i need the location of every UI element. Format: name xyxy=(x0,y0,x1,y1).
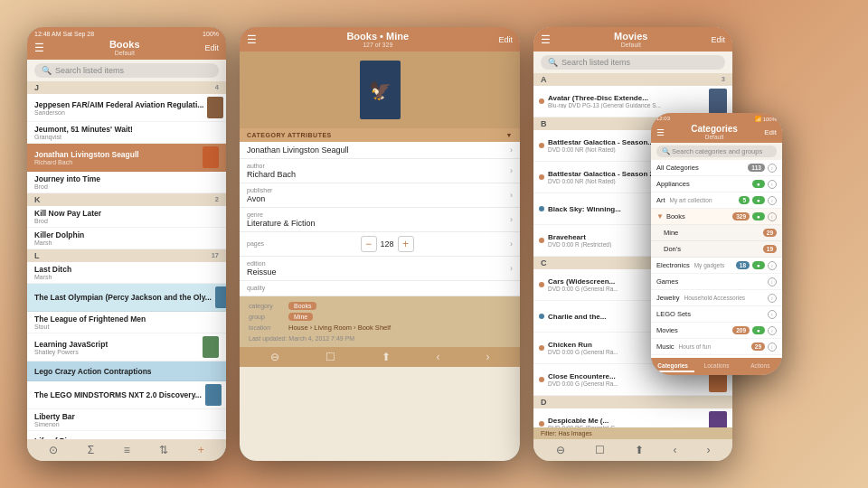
dot-icon xyxy=(539,282,544,287)
left-search-placeholder: Search listed items xyxy=(55,66,124,75)
toggle-on[interactable]: ● xyxy=(752,180,765,188)
cat-item-movies[interactable]: Movies 209 ● i xyxy=(651,323,782,339)
list-item[interactable]: Learning JavaScriptShatley Powers xyxy=(27,333,226,361)
toggle-on[interactable]: ● xyxy=(752,261,765,269)
list-item[interactable]: Last DitchMarsh xyxy=(27,262,226,284)
center-nav: ⊖ ☐ ⬆ ‹ › xyxy=(240,347,520,367)
list-item[interactable]: Jeumont, 51 Minutes' Wait! Granqvist xyxy=(27,122,226,144)
dot-icon xyxy=(539,421,544,427)
next-icon[interactable]: › xyxy=(486,351,490,363)
cat-item-art[interactable]: Art My art collection 5 ● i xyxy=(651,192,782,209)
menu-icon-left[interactable]: ☰ xyxy=(34,42,44,54)
square-icon[interactable]: ☐ xyxy=(326,351,335,363)
add-icon[interactable]: + xyxy=(198,444,204,456)
right-edit-button[interactable]: Edit xyxy=(711,35,725,44)
ipad-left-screen: 12:48 AM Sat Sep 28 100% ☰ Books Default… xyxy=(27,27,226,461)
attr-quality[interactable]: quality xyxy=(240,281,520,296)
toggle-on[interactable]: ● xyxy=(752,212,765,221)
section-a: A3 xyxy=(533,73,732,86)
attr-genre[interactable]: genre Literature & Fiction › xyxy=(240,208,520,232)
pages-stepper[interactable]: − 128 + xyxy=(361,236,414,252)
sort-icon[interactable]: ⇅ xyxy=(159,444,168,456)
info-icon[interactable]: i xyxy=(768,343,777,352)
prev-icon[interactable]: ‹ xyxy=(437,351,440,363)
list-item[interactable]: The LEGO MINDSTORMS NXT 2.0 Discovery... xyxy=(27,381,226,409)
right-header-subtitle: Default xyxy=(614,42,647,48)
cat-item-games[interactable]: Games i xyxy=(651,274,782,290)
cat-item-books[interactable]: ▼ Books 329 ● i xyxy=(651,209,782,225)
movie-item[interactable]: Despicable Me (... DVD 0:00 PG (Parental… xyxy=(533,408,732,427)
left-search-input[interactable]: 🔍 Search listed items xyxy=(34,63,219,78)
cat-item-appliances[interactable]: Appliances ● i xyxy=(651,176,782,192)
list-item[interactable]: Kill Now Pay Later Brod xyxy=(27,206,226,228)
chevron-right-icon: › xyxy=(510,215,513,224)
tab-locations[interactable]: Locations xyxy=(694,361,738,372)
right-header-title: Movies xyxy=(614,31,647,42)
toggle-on[interactable]: ● xyxy=(752,196,765,204)
upload-icon[interactable]: ⬆ xyxy=(382,351,391,363)
cat-badge: 29 xyxy=(751,343,765,351)
next-icon[interactable]: › xyxy=(707,444,711,456)
cat-item-mine[interactable]: Mine 29 xyxy=(651,225,782,241)
attr-pages[interactable]: pages − 128 + › xyxy=(240,232,520,257)
list-item[interactable]: Jeppesen FAR/AIM Federal Aviation Regula… xyxy=(27,94,226,122)
left-header-title: Books xyxy=(109,39,140,50)
stepper-plus[interactable]: + xyxy=(398,236,414,252)
info-icon[interactable]: i xyxy=(768,294,777,303)
tab-actions[interactable]: Actions xyxy=(739,361,782,372)
iphone-menu-icon[interactable]: ☰ xyxy=(656,127,665,137)
circle-icon[interactable]: ⊙ xyxy=(49,444,58,456)
share-icon[interactable]: ⬆ xyxy=(635,444,644,456)
stepper-minus[interactable]: − xyxy=(361,236,377,252)
iphone-edit-button[interactable]: Edit xyxy=(764,128,777,136)
list-item[interactable]: The Last Olympian (Percy Jackson and the… xyxy=(27,284,226,312)
attr-edition[interactable]: edition Reissue › xyxy=(240,257,520,281)
info-icon[interactable]: i xyxy=(768,326,777,335)
left-edit-button[interactable]: Edit xyxy=(204,43,219,52)
sigma-icon[interactable]: Σ xyxy=(88,444,94,456)
info-icon[interactable]: i xyxy=(768,261,777,270)
list-item[interactable]: Lego Crazy Action Contraptions xyxy=(27,361,226,381)
list-item[interactable]: Life of Pi xyxy=(27,431,226,439)
attr-title[interactable]: Jonathan Livingston Seagull › xyxy=(240,142,520,159)
info-icon[interactable]: i xyxy=(768,277,777,286)
cat-item-all[interactable]: All Categories 113 i xyxy=(651,160,782,176)
list-item[interactable]: Journey into Time Brod xyxy=(27,172,226,193)
last-updated-text: Last updated: March 4, 2012 7:49 PM xyxy=(249,335,511,342)
iphone-status-bar: 12:03 📶 100% xyxy=(656,116,777,122)
list-icon[interactable]: ≡ xyxy=(124,444,130,456)
iphone-search-input[interactable]: 🔍 Search categories and groups xyxy=(656,145,777,157)
right-search-input[interactable]: 🔍 Search listed items xyxy=(541,55,725,70)
list-item-highlighted[interactable]: Jonathan Livingston Seagull Richard Bach xyxy=(27,144,226,172)
menu-icon-right[interactable]: ☰ xyxy=(541,33,551,46)
tab-categories[interactable]: Categories xyxy=(651,361,694,372)
cat-item-lego[interactable]: LEGO Sets i xyxy=(651,306,782,323)
attr-author[interactable]: author Richard Bach › xyxy=(240,159,520,183)
info-icon[interactable]: i xyxy=(768,164,777,173)
info-icon[interactable]: i xyxy=(768,196,777,205)
ipad-center: ☰ Books • Mine 127 of 329 Edit 🦅 CATEGOR… xyxy=(240,27,520,461)
list-item[interactable]: The League of Frightened MenStout xyxy=(27,312,226,333)
left-search-bar: 🔍 Search listed items xyxy=(27,60,226,81)
cat-item-dons[interactable]: Don's 19 xyxy=(651,241,782,258)
cat-badge: 5 xyxy=(739,196,750,204)
chevron-right-icon: › xyxy=(510,191,513,200)
attr-publisher[interactable]: publisher Avon › xyxy=(240,183,520,208)
left-header-subtitle: Default xyxy=(109,50,140,56)
info-icon[interactable]: i xyxy=(768,310,777,319)
center-edit-button[interactable]: Edit xyxy=(498,35,513,44)
minus-circle-icon[interactable]: ⊖ xyxy=(270,351,279,363)
square-icon[interactable]: ☐ xyxy=(595,444,605,456)
iphone-title: Categories xyxy=(691,124,738,134)
toggle-on[interactable]: ● xyxy=(752,326,765,334)
cat-item-jewelry[interactable]: Jewelry Household Accessories i xyxy=(651,290,782,306)
info-icon[interactable]: i xyxy=(768,180,777,189)
cat-item-electronics[interactable]: Electronics My gadgets 18 ● i xyxy=(651,258,782,274)
list-item[interactable]: Liberty BarSimenon xyxy=(27,409,226,431)
minus-icon[interactable]: ⊖ xyxy=(556,444,565,456)
prev-icon[interactable]: ‹ xyxy=(674,444,677,456)
cat-item-music[interactable]: Music Hours of fun 29 i xyxy=(651,339,782,355)
menu-icon-center[interactable]: ☰ xyxy=(247,33,257,46)
list-item[interactable]: Killer Dolphin Marsh xyxy=(27,228,226,249)
info-icon[interactable]: i xyxy=(768,212,777,221)
